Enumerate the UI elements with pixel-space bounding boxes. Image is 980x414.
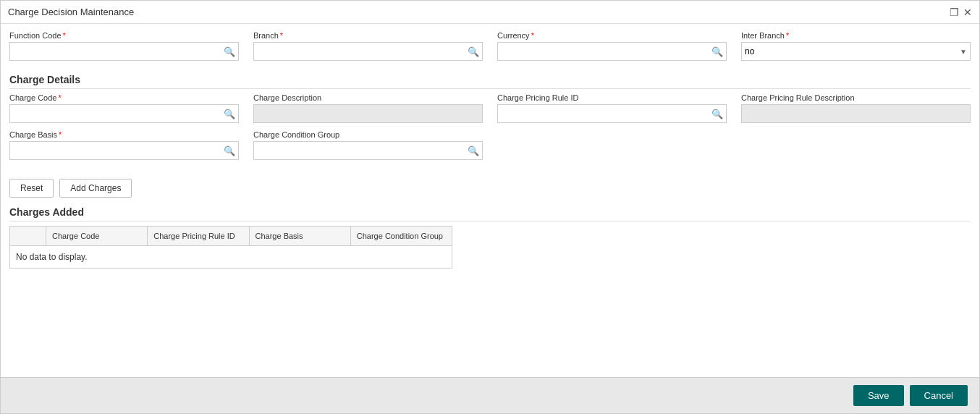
restore-icon[interactable]: ❐	[950, 7, 959, 18]
table-header: Charge Code Charge Pricing Rule ID Charg…	[10, 227, 452, 246]
inter-branch-required: *	[786, 31, 789, 40]
currency-required: *	[531, 31, 534, 40]
charge-condition-group-label: Charge Condition Group	[253, 130, 483, 139]
charge-pricing-rule-id-group: Charge Pricing Rule ID 🔍	[497, 93, 727, 123]
charge-code-label: Charge Code*	[9, 93, 239, 102]
content-area: Function Code* 🔍 Branch* 🔍	[1, 24, 979, 377]
currency-input-wrapper: 🔍	[497, 42, 727, 61]
function-code-input-wrapper: 🔍	[9, 42, 239, 61]
charge-basis-input-wrapper: 🔍	[9, 141, 239, 160]
charge-pricing-rule-id-input[interactable]	[501, 105, 711, 122]
charge-condition-group-search-icon[interactable]: 🔍	[468, 145, 479, 156]
save-button[interactable]: Save	[853, 385, 904, 406]
table-col-checkbox	[10, 227, 46, 245]
charge-basis-group: Charge Basis* 🔍	[9, 130, 239, 160]
spacer2	[741, 130, 971, 160]
close-icon[interactable]: ✕	[963, 7, 972, 18]
charge-pricing-rule-id-search-icon[interactable]: 🔍	[711, 109, 723, 119]
charge-details-row2: Charge Basis* 🔍 Charge Condition Group 🔍	[9, 130, 971, 160]
function-code-group: Function Code* 🔍	[9, 31, 239, 61]
reset-button[interactable]: Reset	[9, 179, 54, 198]
function-code-label: Function Code*	[9, 31, 239, 40]
main-window: Charge Decision Maintenance ❐ ✕ Function…	[0, 0, 980, 414]
charge-basis-search-icon[interactable]: 🔍	[224, 145, 235, 156]
branch-label: Branch*	[253, 31, 483, 40]
charge-code-input[interactable]	[13, 105, 224, 122]
charge-description-group: Charge Description	[253, 93, 483, 123]
charge-condition-group-input[interactable]	[257, 142, 468, 159]
footer-bar: Save Cancel	[1, 377, 979, 413]
charges-table: Charge Code Charge Pricing Rule ID Charg…	[9, 226, 452, 269]
branch-required: *	[280, 31, 283, 40]
title-bar: Charge Decision Maintenance ❐ ✕	[1, 1, 979, 24]
table-col-pricing-rule-id: Charge Pricing Rule ID	[148, 227, 249, 245]
cancel-button[interactable]: Cancel	[910, 385, 968, 406]
charge-condition-group-wrapper: 🔍	[253, 141, 483, 160]
spacer1	[497, 130, 727, 160]
table-col-condition-group: Charge Condition Group	[351, 227, 452, 245]
charge-basis-required: *	[59, 130, 62, 139]
window-controls: ❐ ✕	[950, 7, 972, 18]
charge-condition-group-group: Charge Condition Group 🔍	[253, 130, 483, 160]
inter-branch-select[interactable]: no yes	[745, 43, 960, 60]
branch-input-wrapper: 🔍	[253, 42, 483, 61]
action-buttons-row: Reset Add Charges	[9, 179, 971, 198]
charge-pricing-rule-description-readonly	[741, 104, 971, 123]
charge-code-group: Charge Code* 🔍	[9, 93, 239, 123]
inter-branch-label: Inter Branch*	[741, 31, 971, 40]
table-no-data-message: No data to display.	[10, 246, 452, 268]
charge-basis-label: Charge Basis*	[9, 130, 239, 139]
charge-description-label: Charge Description	[253, 93, 483, 102]
branch-input[interactable]	[257, 43, 468, 60]
currency-input[interactable]	[501, 43, 711, 60]
function-code-required: *	[63, 31, 66, 40]
header-fields-row: Function Code* 🔍 Branch* 🔍	[9, 31, 971, 61]
table-col-charge-basis: Charge Basis	[250, 227, 351, 245]
charge-basis-input[interactable]	[13, 142, 224, 159]
currency-label: Currency*	[497, 31, 727, 40]
charge-details-title: Charge Details	[9, 74, 971, 89]
charge-code-search-icon[interactable]: 🔍	[224, 109, 235, 119]
charge-code-required: *	[58, 93, 61, 102]
currency-group: Currency* 🔍	[497, 31, 727, 61]
window-title: Charge Decision Maintenance	[8, 7, 134, 17]
branch-search-icon[interactable]: 🔍	[468, 46, 479, 57]
charge-pricing-rule-description-label: Charge Pricing Rule Description	[741, 93, 971, 102]
charge-pricing-rule-description-group: Charge Pricing Rule Description	[741, 93, 971, 123]
charge-description-readonly	[253, 104, 483, 123]
charges-added-section: Charges Added Charge Code Charge Pricing…	[9, 206, 971, 269]
currency-search-icon[interactable]: 🔍	[711, 46, 723, 57]
add-charges-button[interactable]: Add Charges	[59, 179, 132, 198]
charges-added-title: Charges Added	[9, 206, 971, 221]
function-code-search-icon[interactable]: 🔍	[224, 46, 235, 57]
header-fields-section: Function Code* 🔍 Branch* 🔍	[9, 31, 971, 68]
charge-pricing-rule-id-label: Charge Pricing Rule ID	[497, 93, 727, 102]
inter-branch-chevron-icon: ▼	[960, 48, 967, 56]
charge-pricing-rule-id-wrapper: 🔍	[497, 104, 727, 123]
inter-branch-select-wrapper: no yes ▼	[741, 42, 971, 61]
branch-group: Branch* 🔍	[253, 31, 483, 61]
charge-details-section: Charge Details Charge Code* 🔍 Charge Des…	[9, 74, 971, 167]
charge-code-input-wrapper: 🔍	[9, 104, 239, 123]
function-code-input[interactable]	[13, 43, 224, 60]
table-col-charge-code: Charge Code	[46, 227, 148, 245]
charge-details-row1: Charge Code* 🔍 Charge Description Charge…	[9, 93, 971, 123]
inter-branch-group: Inter Branch* no yes ▼	[741, 31, 971, 61]
